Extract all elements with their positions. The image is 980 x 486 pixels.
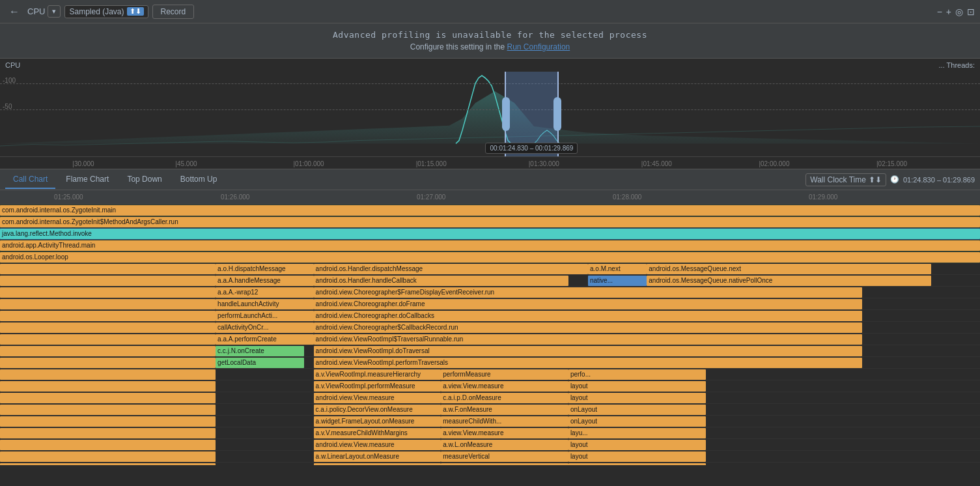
flame-content[interactable]: 01:25.000 01:26.000 01:27.000 01:28.000 … <box>0 190 980 465</box>
flame-bar-measure-child-margins[interactable]: a.v.V.measureChildWithMargins <box>314 428 441 438</box>
flame-bar-handler-dispatch[interactable]: android.os.Handler.dispatchMessage <box>314 264 588 274</box>
flame-bar-mini-5[interactable] <box>0 311 216 321</box>
flame-bar-mini-6[interactable] <box>0 322 216 333</box>
flame-bar-layout-4[interactable]: layout <box>568 440 706 450</box>
flame-bar-ll-measure-vertical[interactable]: a.w.LinearLayout.measureVertical <box>314 463 441 466</box>
table-row[interactable]: c.c.j.N.onCreate android.view.ViewRootIm… <box>0 345 980 357</box>
flame-bar-mini-3[interactable] <box>0 287 216 298</box>
table-row[interactable]: a.o.H.dispatchMessage android.os.Handler… <box>0 263 980 275</box>
flame-bar-mini-18[interactable] <box>0 463 216 466</box>
flame-bar-zygote-caller[interactable]: com.android.internal.os.ZygoteInit$Metho… <box>0 217 980 227</box>
flame-bar-measure-hierarchy[interactable]: a.v.ViewRootImpl.measureHierarchy <box>314 369 441 380</box>
table-row[interactable]: com.android.internal.os.ZygoteInit.main <box>0 205 980 216</box>
flame-bar-mini-11[interactable] <box>0 381 216 392</box>
table-row[interactable]: a.a.A.handleMessage android.os.Handler.h… <box>0 275 980 287</box>
flame-bar-layout-2[interactable]: layout <box>568 393 706 403</box>
table-row[interactable]: a.widget.FrameLayout.onMeasure measureCh… <box>0 416 980 427</box>
flame-bar-on-create[interactable]: c.c.j.N.onCreate <box>216 346 303 356</box>
flame-bar-perform-launch[interactable]: performLaunchActi... <box>216 311 314 321</box>
table-row[interactable]: java.lang.reflect.Method.invoke <box>0 228 980 240</box>
flame-bar-wrap12[interactable]: a.a.A.-wrap12 <box>216 287 314 298</box>
flame-bar-layout-1[interactable]: layout <box>568 381 706 392</box>
tab-flame-chart[interactable]: Flame Chart <box>58 171 117 189</box>
flame-bar-cai-onmeasure[interactable]: c.a.i.p.D.onMeasure <box>441 393 568 403</box>
flame-bar-awl-onmeasure[interactable]: a.w.L.onMeasure <box>441 440 568 450</box>
flame-bar-mini-15[interactable] <box>0 428 216 438</box>
flame-bar-method-invoke[interactable]: java.lang.reflect.Method.invoke <box>0 229 980 239</box>
cpu-dropdown-button[interactable]: ▾ <box>48 5 61 18</box>
flame-bar-call-activity[interactable]: callActivityOnCr... <box>216 322 314 333</box>
flame-bar-callback-record[interactable]: android.view.Choreographer$CallbackRecor… <box>314 322 863 333</box>
tab-top-down[interactable]: Top Down <box>119 171 169 189</box>
flame-bar-frame-receiver[interactable]: android.view.Choreographer$FrameDisplayE… <box>314 287 863 298</box>
flame-bar-mini-12[interactable] <box>0 393 216 403</box>
flame-bar-awf-onmeasure[interactable]: a.w.F.onMeasure <box>441 405 568 415</box>
flame-bar-mini-7[interactable] <box>0 334 216 345</box>
flame-bar-handle-msg[interactable]: a.a.A.handleMessage <box>216 276 314 286</box>
flame-bar-perform-traversals[interactable]: android.view.ViewRootImpl.performTravers… <box>314 358 863 368</box>
flame-bar-mini-14[interactable] <box>0 416 216 427</box>
table-row[interactable]: a.a.A.performCreate android.view.ViewRoo… <box>0 334 980 345</box>
sampled-arrow-button[interactable]: ⬆⬇ <box>127 7 144 16</box>
table-row[interactable]: a.v.V.measureChildWithMargins a.view.Vie… <box>0 427 980 439</box>
flame-bar-mini-10[interactable] <box>0 369 216 380</box>
flame-bar-mini-17[interactable] <box>0 451 216 462</box>
flame-bar-linearlayout-onmeasure[interactable]: a.w.LinearLayout.onMeasure <box>314 451 441 462</box>
reset-zoom-button[interactable]: ◎ <box>955 7 963 17</box>
flame-bar-mini-4[interactable] <box>0 299 216 309</box>
flame-bar-perform-measure-1[interactable]: performMeasure <box>441 369 568 380</box>
flame-bar-mini-2[interactable] <box>0 276 216 286</box>
settings-button[interactable]: ⊡ <box>967 7 975 17</box>
flame-bar-perfo[interactable]: perfo... <box>568 369 706 380</box>
table-row[interactable]: android.os.Looper.loop <box>0 251 980 263</box>
run-configuration-link[interactable]: Run Configuration <box>507 42 570 51</box>
flame-bar-onlayout-1[interactable]: onLayout <box>568 405 706 415</box>
flame-bar-do-callbacks[interactable]: android.view.Choreographer.doCallbacks <box>314 311 863 321</box>
table-row[interactable]: getLocalData android.view.ViewRootImpl.p… <box>0 357 980 369</box>
flame-bar-activity-main[interactable]: android.app.ActivityThread.main <box>0 240 980 251</box>
flame-bar-measure-vertical-1[interactable]: measureVertical <box>441 451 568 462</box>
table-row[interactable]: a.a.A.-wrap12 android.view.Choreographer… <box>0 287 980 298</box>
table-row[interactable]: android.view.View.measure c.a.i.p.D.onMe… <box>0 392 980 404</box>
flame-bar-traversal-runnable[interactable]: android.view.ViewRootImpl$TraversalRunna… <box>314 334 863 345</box>
tab-call-chart[interactable]: Call Chart <box>5 171 55 189</box>
table-row[interactable]: performLaunchActi... android.view.Choreo… <box>0 310 980 322</box>
flame-bar-handler-callback[interactable]: android.os.Handler.handleCallback <box>314 276 568 286</box>
record-button[interactable]: Record <box>152 5 195 19</box>
flame-bar-get-local-data[interactable]: getLocalData <box>216 358 303 368</box>
flame-bar-launch-activity[interactable]: handleLaunchActivity <box>216 299 314 309</box>
flame-bar-native[interactable]: native... <box>588 276 647 286</box>
flame-bar-mini-16[interactable] <box>0 440 216 450</box>
table-row[interactable]: android.app.ActivityThread.main <box>0 240 980 251</box>
table-row[interactable]: a.v.ViewRootImpl.performMeasure a.view.V… <box>0 380 980 392</box>
flame-bar-mini-8[interactable] <box>0 346 216 356</box>
tab-bottom-up[interactable]: Bottom Up <box>173 171 225 189</box>
flame-bar-view-measure-4[interactable]: android.view.View.measure <box>314 440 441 450</box>
flame-bar-mini-1[interactable] <box>0 264 216 274</box>
flame-bar-dispatch[interactable]: a.o.H.dispatchMessage <box>216 264 314 274</box>
flame-bar-layout-5[interactable]: layout <box>568 451 706 462</box>
flame-bar-native-poll[interactable]: android.os.MessageQueue.nativePollOnce <box>647 276 931 286</box>
flame-bar-mini-13[interactable] <box>0 405 216 415</box>
wall-clock-dropdown[interactable]: Wall Clock Time ⬆⬇ <box>805 173 886 186</box>
table-row[interactable]: a.w.LinearLayout.measureVertical measure… <box>0 463 980 465</box>
table-row[interactable]: a.v.ViewRootImpl.measureHierarchy perfor… <box>0 369 980 380</box>
flame-bar-mq-next[interactable]: android.os.MessageQueue.next <box>647 264 931 274</box>
zoom-in-button[interactable]: + <box>946 7 951 17</box>
flame-bar-vri-measure[interactable]: a.v.ViewRootImpl.performMeasure <box>314 381 441 392</box>
flame-bar-zygote-main[interactable]: com.android.internal.os.ZygoteInit.main <box>0 205 980 216</box>
flame-bar-onlayout-2[interactable]: onLayout <box>568 416 706 427</box>
zoom-out-button[interactable]: − <box>937 7 942 17</box>
flame-bar-do-frame[interactable]: android.view.Choreographer.doFrame <box>314 299 863 309</box>
table-row[interactable]: c.a.i.policy.DecorView.onMeasure a.w.F.o… <box>0 404 980 416</box>
table-row[interactable]: android.view.View.measure a.w.L.onMeasur… <box>0 439 980 451</box>
table-row[interactable]: handleLaunchActivity android.view.Choreo… <box>0 298 980 310</box>
flame-bar-looper-loop[interactable]: android.os.Looper.loop <box>0 252 980 263</box>
flame-bar-measure-child-before[interactable]: measureChildBefo... <box>441 463 568 466</box>
flame-bar-measure-child-with[interactable]: measureChildWith... <box>441 416 568 427</box>
flame-bar-decor-onmeasure[interactable]: c.a.i.policy.DecorView.onMeasure <box>314 405 441 415</box>
flame-bar-perform-create[interactable]: a.a.A.performCreate <box>216 334 314 345</box>
flame-bar-do-traversal[interactable]: android.view.ViewRootImpl.doTraversal <box>314 346 863 356</box>
flame-bar-layout-3[interactable]: layu... <box>568 428 706 438</box>
flame-bar-view-measure-3[interactable]: a.view.View.measure <box>441 428 568 438</box>
